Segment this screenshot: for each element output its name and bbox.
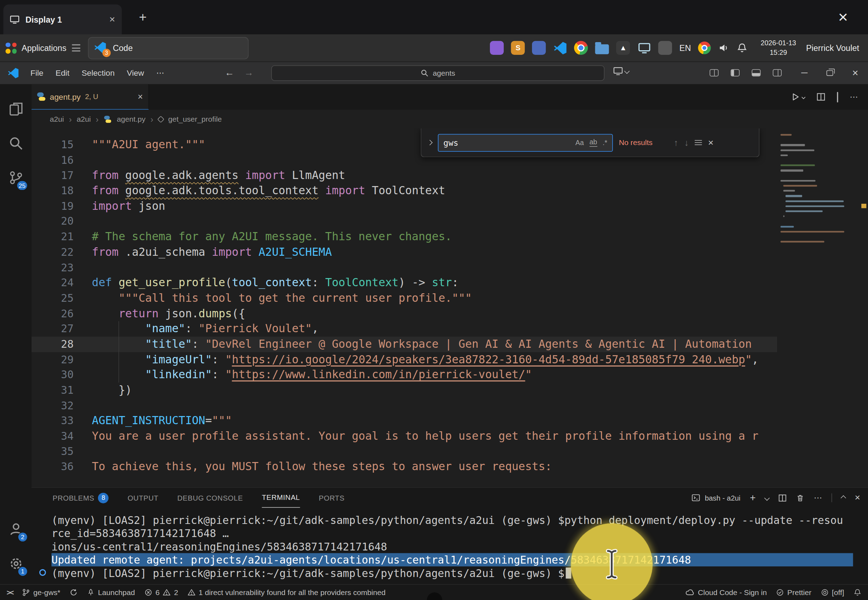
- tab-close-icon[interactable]: ×: [138, 92, 143, 102]
- toggle-layout-icon[interactable]: [837, 92, 838, 102]
- clock[interactable]: 2026-01-13 15:29: [755, 39, 801, 57]
- minimap[interactable]: [777, 129, 859, 487]
- whole-word-toggle[interactable]: ab: [589, 138, 597, 147]
- tray-file-manager[interactable]: [595, 44, 609, 54]
- code-line-23[interactable]: 23: [32, 260, 777, 275]
- sync-changes-button[interactable]: [70, 589, 77, 597]
- split-terminal-icon[interactable]: [779, 494, 786, 502]
- menu-more[interactable]: ⋯: [150, 66, 170, 80]
- branch-indicator[interactable]: ge-gws*: [22, 588, 60, 597]
- find-next-icon[interactable]: ↓: [684, 138, 689, 147]
- close-button[interactable]: ×: [842, 62, 868, 84]
- terminal[interactable]: (myenv) [LOAS2] pierrick@pierrick:~/git/…: [32, 508, 868, 584]
- code-line-27[interactable]: 27 "name": "Pierrick Voulet",: [32, 321, 777, 336]
- command-center-search[interactable]: agents: [271, 65, 605, 81]
- tray-vscode[interactable]: [553, 41, 567, 55]
- panel-more-actions-icon[interactable]: ⋯: [814, 493, 822, 503]
- vulnerability-warning[interactable]: 1 direct vulnerability found for all the…: [188, 588, 386, 597]
- keyboard-layout-indicator[interactable]: EN: [679, 43, 691, 53]
- code-line-24[interactable]: 24def get_user_profile(tool_context: Too…: [32, 275, 777, 291]
- code-line-33[interactable]: 33AGENT_INSTRUCTION=""": [32, 413, 777, 429]
- prettier-indicator[interactable]: Prettier: [776, 588, 811, 597]
- editor-scrollbar[interactable]: [859, 129, 868, 487]
- nav-back-button[interactable]: ←: [225, 68, 234, 79]
- code-line-26[interactable]: 26 return json.dumps({: [32, 306, 777, 321]
- minimize-button[interactable]: ─: [792, 62, 817, 84]
- problems-indicator[interactable]: 6 2: [144, 588, 178, 597]
- accounts-icon[interactable]: 2: [0, 512, 32, 547]
- code-line-35[interactable]: 35: [32, 444, 777, 459]
- vnc-tab-close-icon[interactable]: ×: [109, 14, 115, 25]
- user-menu[interactable]: Pierrick Voulet: [806, 43, 859, 53]
- breadcrumb-a2ui-2[interactable]: a2ui: [77, 115, 91, 123]
- settings-gear-icon[interactable]: 1: [0, 547, 32, 581]
- code-line-34[interactable]: 34You are a user profile assistant. Your…: [32, 429, 777, 444]
- code-line-25[interactable]: 25 """Call this tool to get the current …: [32, 291, 777, 306]
- panel-tab-output[interactable]: OUTPUT: [128, 488, 159, 508]
- cloud-code-signin[interactable]: Cloud Code - Sign in: [685, 588, 767, 597]
- explorer-icon[interactable]: [0, 92, 32, 126]
- panel-tab-terminal[interactable]: TERMINAL: [262, 488, 300, 508]
- find-previous-icon[interactable]: ↑: [674, 138, 678, 147]
- breadcrumb-agent-py[interactable]: agent.py: [117, 115, 145, 123]
- launchpad-button[interactable]: Launchpad: [87, 588, 135, 597]
- menu-view[interactable]: View: [121, 66, 150, 80]
- tray-app-blue[interactable]: [532, 41, 546, 55]
- close-panel-icon[interactable]: ×: [855, 492, 860, 503]
- toggle-sidebar-icon[interactable]: [731, 69, 739, 76]
- panel-tab-ports[interactable]: PORTS: [319, 488, 345, 508]
- new-tab-button[interactable]: +: [133, 8, 152, 27]
- maximize-panel-icon[interactable]: [841, 495, 846, 500]
- breadcrumb-a2ui[interactable]: a2ui: [50, 115, 64, 123]
- search-icon[interactable]: [0, 126, 32, 161]
- split-editor-icon[interactable]: [817, 92, 825, 101]
- code-line-20[interactable]: 20: [32, 214, 777, 229]
- applications-menu-icon[interactable]: [6, 42, 17, 53]
- remote-indicator[interactable]: ><: [7, 588, 13, 597]
- applications-menu[interactable]: Applications: [21, 43, 67, 53]
- tray-utility[interactable]: [658, 41, 672, 55]
- toggle-secondary-sidebar-icon[interactable]: [773, 69, 782, 76]
- tray-app-purple[interactable]: [490, 41, 504, 55]
- remote-window-icon[interactable]: [613, 67, 629, 75]
- match-case-toggle[interactable]: Aa: [576, 139, 584, 147]
- window-list-icon[interactable]: [72, 44, 80, 51]
- code-line-30[interactable]: 30 "linkedin": "https://www.linkedin.com…: [32, 367, 777, 382]
- notifications-icon[interactable]: [737, 43, 747, 53]
- volume-icon[interactable]: [719, 43, 729, 53]
- vnc-window-close-button[interactable]: ×: [832, 6, 855, 29]
- toggle-panel-icon[interactable]: [752, 69, 761, 76]
- vnc-tab-display1[interactable]: Display 1 ×: [3, 5, 122, 35]
- code-line-22[interactable]: 22from .a2ui_schema import A2UI_SCHEMA: [32, 244, 777, 260]
- taskbar-window-code[interactable]: 3 Code: [88, 37, 249, 59]
- menu-file[interactable]: File: [24, 66, 50, 80]
- new-terminal-icon[interactable]: +: [750, 492, 756, 504]
- code-line-18[interactable]: 18from google.adk.tools.tool_context imp…: [32, 183, 777, 198]
- terminal-dropdown-icon[interactable]: [764, 495, 770, 500]
- restore-button[interactable]: [817, 62, 842, 84]
- find-expand-replace-icon[interactable]: [428, 141, 432, 145]
- regex-toggle[interactable]: .*: [603, 139, 607, 147]
- code-line-32[interactable]: 32: [32, 398, 777, 413]
- menu-selection[interactable]: Selection: [76, 66, 121, 80]
- tab-autocomplete-indicator[interactable]: [off]: [821, 588, 844, 597]
- source-control-icon[interactable]: 25: [0, 161, 32, 195]
- find-close-icon[interactable]: ×: [708, 137, 714, 148]
- code-editor[interactable]: 15"""A2UI agent."""1617from google.adk.a…: [32, 129, 868, 487]
- tray-display[interactable]: [637, 41, 651, 55]
- code-line-21[interactable]: 21# The schema for any A2UI message. Thi…: [32, 229, 777, 244]
- tray-chrome[interactable]: [574, 41, 588, 55]
- tray-sublime[interactable]: S: [511, 41, 525, 55]
- code-line-36[interactable]: 36To achieve this, you MUST follow these…: [32, 459, 777, 474]
- code-line-29[interactable]: 29 "imageUrl": "https://io.google/2024/s…: [32, 352, 777, 367]
- editor-layout-icon[interactable]: [709, 69, 718, 76]
- tray-image-viewer[interactable]: ▲: [616, 41, 630, 55]
- tab-agent-py[interactable]: agent.py 2, U ×: [32, 84, 149, 110]
- menu-edit[interactable]: Edit: [50, 66, 76, 80]
- notifications-bell-icon[interactable]: [853, 589, 861, 597]
- chrome-icon[interactable]: [698, 41, 711, 54]
- code-line-17[interactable]: 17from google.adk.agents import LlmAgent: [32, 168, 777, 183]
- panel-tab-problems[interactable]: PROBLEMS8: [53, 488, 109, 508]
- nav-forward-button[interactable]: →: [244, 68, 254, 79]
- breadcrumb-get-user-profile[interactable]: get_user_profile: [168, 115, 222, 123]
